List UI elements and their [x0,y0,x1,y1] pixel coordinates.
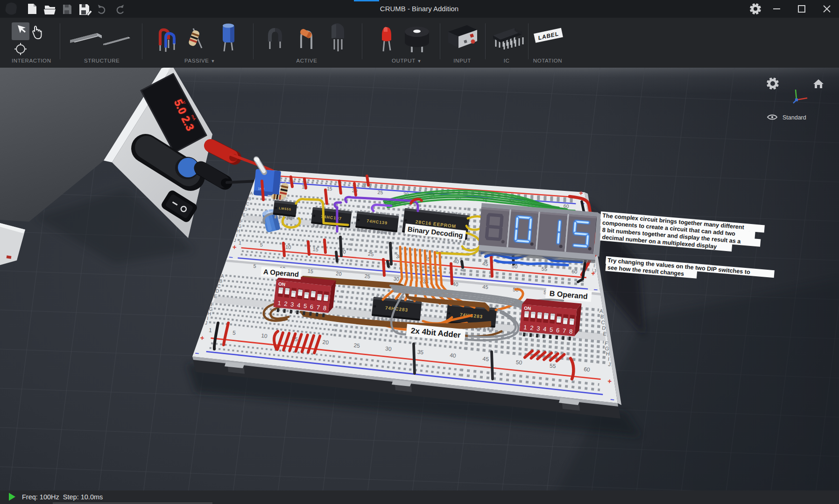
svg-text:40: 40 [450,352,457,359]
svg-text:2: 2 [530,324,534,332]
svg-text:25: 25 [377,189,383,196]
svg-text:10: 10 [261,332,268,339]
svg-text:5: 5 [260,242,263,247]
svg-text:20: 20 [322,339,329,346]
svg-text:CRUMB - Binary Addition: CRUMB - Binary Addition [380,5,458,13]
svg-text:25: 25 [368,251,374,257]
svg-text:E: E [242,212,246,217]
svg-text:D: D [602,325,606,331]
svg-text:30: 30 [393,276,399,282]
svg-text:5: 5 [550,326,554,334]
svg-text:7: 7 [562,327,566,335]
svg-text:25: 25 [353,342,360,349]
svg-text:E: E [603,331,606,337]
svg-text:+: + [232,243,237,251]
svg-text:40: 40 [453,259,459,265]
svg-text:ON: ON [278,281,286,287]
svg-text:3: 3 [536,325,541,332]
svg-text:50: 50 [515,359,522,366]
svg-text:−: − [229,253,233,261]
svg-text:8: 8 [569,328,573,335]
svg-text:+: + [591,269,595,278]
svg-text:C: C [601,319,605,325]
svg-text:1: 1 [239,240,242,245]
svg-text:B: B [248,196,251,201]
svg-text:45: 45 [482,261,488,267]
svg-text:+: + [579,189,584,197]
svg-text:ON: ON [524,305,531,311]
svg-text:B: B [600,314,604,320]
svg-text:C: C [246,201,250,207]
svg-text:45: 45 [482,284,488,290]
svg-text:E: E [213,293,217,299]
svg-text:55: 55 [541,266,547,272]
svg-text:1: 1 [523,324,528,331]
svg-text:25: 25 [364,273,370,279]
svg-text:Standard: Standard [783,114,806,121]
svg-text:Freq: 100Hz Step: 10.0ms: Freq: 100Hz Step: 10.0ms [22,493,103,501]
svg-text:20: 20 [336,271,342,277]
svg-text:6: 6 [556,327,560,334]
svg-text:15: 15 [312,246,318,252]
svg-text:D: D [244,206,248,212]
svg-text:15: 15 [307,268,313,274]
svg-text:45: 45 [482,356,489,363]
svg-text:5: 5 [253,263,256,269]
svg-text:10: 10 [285,244,291,250]
svg-text:30: 30 [385,345,392,352]
svg-text:60: 60 [584,366,591,373]
svg-text:55: 55 [549,362,556,369]
svg-text:−: − [593,286,598,294]
svg-text:60: 60 [571,268,578,274]
svg-text:4: 4 [543,325,547,333]
svg-text:35: 35 [417,349,424,356]
svg-text:15: 15 [327,186,333,192]
